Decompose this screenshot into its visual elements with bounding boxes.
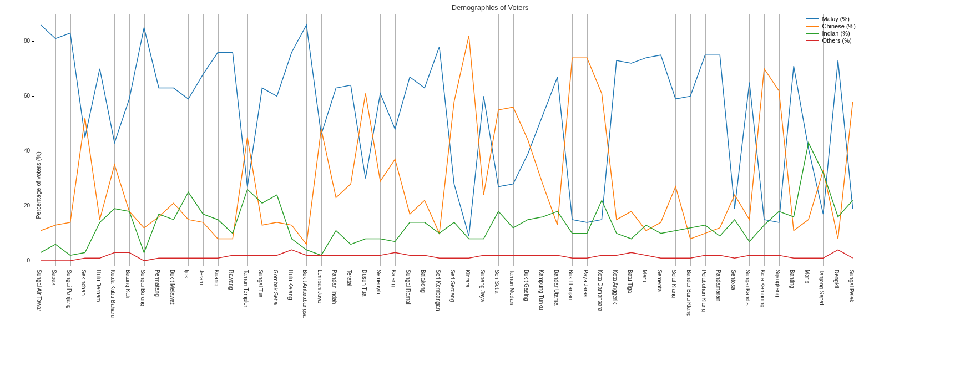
- xtick: Pandamaran: [715, 270, 721, 301]
- legend-swatch: [806, 18, 819, 19]
- xtick: Kota Anggerik: [612, 270, 618, 304]
- xtick: Dengkil: [833, 270, 840, 288]
- xtick: Sungai Air Tawar: [36, 270, 42, 311]
- xtick: Meru: [641, 270, 648, 282]
- xtick: Sijangkang: [775, 270, 781, 297]
- xtick: Pelabuhan Klang: [701, 270, 707, 312]
- legend: Malay (%)Chinese (%)Indian (%)Others (%): [806, 16, 856, 44]
- legend-item: Others (%): [806, 37, 856, 44]
- xtick: Kinrara: [464, 270, 471, 287]
- legend-swatch: [806, 40, 819, 41]
- xtick: Semenyih: [376, 270, 382, 294]
- xtick: Batu Tiga: [627, 270, 633, 293]
- xtick: Taman Medan: [509, 270, 515, 305]
- xtick: Balakong: [420, 270, 426, 293]
- xtick: Kota Damansara: [597, 270, 603, 311]
- series-line: [41, 36, 852, 245]
- xtick: Morib: [804, 270, 810, 283]
- xtick: Teratai: [346, 270, 352, 286]
- xtick: Batang Kali: [125, 270, 131, 298]
- xtick: Hulu Kelang: [287, 270, 294, 300]
- series-line: [41, 25, 852, 236]
- xtick: Sabak: [51, 270, 57, 285]
- xtick: Ijok: [184, 270, 190, 278]
- xtick: Jeram: [199, 270, 205, 285]
- xtick: Kuang: [214, 270, 220, 286]
- xtick: Kuala Kubu Baharu: [110, 270, 116, 318]
- xtick: Hulu Bernam: [95, 270, 102, 302]
- xtick: Sungai Kandis: [745, 270, 751, 306]
- series-line: [41, 250, 852, 261]
- ytick: 20: [17, 202, 30, 209]
- xtick: Sementa: [656, 270, 663, 292]
- xtick: Subang Jaya: [479, 270, 486, 302]
- ytick: 80: [17, 38, 30, 44]
- xtick: Bukit Lanjan: [568, 270, 574, 300]
- legend-label: Others (%): [822, 37, 851, 44]
- legend-item: Malay (%): [806, 16, 856, 22]
- xtick: Seri Setia: [494, 270, 500, 293]
- xtick: Bandar Baru Klang: [686, 270, 692, 317]
- xtick: Tanjong Sepat: [819, 270, 825, 305]
- legend-swatch: [806, 33, 819, 34]
- ytick: 0: [17, 257, 30, 263]
- xtick: Dusun Tua: [361, 270, 367, 296]
- chart-container: Demographics of Voters Percentage of vot…: [0, 0, 980, 370]
- xtick: Sungai Pelek: [848, 270, 855, 302]
- chart-title: Demographics of Voters: [452, 3, 529, 12]
- xtick: Bukit Melawati: [169, 270, 175, 305]
- ytick: 60: [17, 93, 30, 99]
- xtick: Seri Serdang: [449, 270, 456, 302]
- xtick: Sungai Burong: [140, 270, 146, 306]
- xtick: Gombak Setia: [272, 270, 279, 305]
- xtick: Sungai Tua: [257, 270, 264, 298]
- xtick: Bandar Utama: [553, 270, 559, 305]
- legend-item: Chinese (%): [806, 23, 856, 29]
- xtick: Permatang: [154, 270, 160, 297]
- xtick: Rawang: [228, 270, 234, 290]
- legend-swatch: [806, 26, 819, 27]
- ytick: 40: [17, 148, 30, 154]
- xtick: Kajang: [391, 270, 397, 287]
- series-line: [41, 143, 852, 255]
- xtick: Kota Kemuning: [760, 270, 766, 307]
- xtick: Bukit Gasing: [523, 270, 529, 301]
- legend-label: Indian (%): [822, 30, 850, 37]
- xtick: Paya Jaras: [583, 270, 589, 297]
- xtick: Kampung Tunku: [538, 270, 544, 310]
- xtick: Taman Templer: [243, 270, 249, 307]
- xtick: Sungai Ramal: [405, 270, 411, 305]
- legend-item: Indian (%): [806, 30, 856, 37]
- legend-label: Malay (%): [822, 16, 850, 22]
- xtick: Lembah Jaya: [317, 270, 323, 303]
- chart-lines: [33, 14, 860, 266]
- legend-label: Chinese (%): [822, 23, 856, 29]
- xtick: Pandan Indah: [331, 270, 337, 304]
- xtick: Sungai Panjang: [66, 270, 72, 309]
- xtick: Selat Klang: [671, 270, 677, 298]
- xtick: Sentosa: [730, 270, 736, 290]
- xtick: Sekinchan: [80, 270, 87, 296]
- xtick: Seri Kembangan: [435, 270, 441, 311]
- xtick: Bukit Antarabangsa: [302, 270, 308, 318]
- xtick: Banting: [789, 270, 795, 288]
